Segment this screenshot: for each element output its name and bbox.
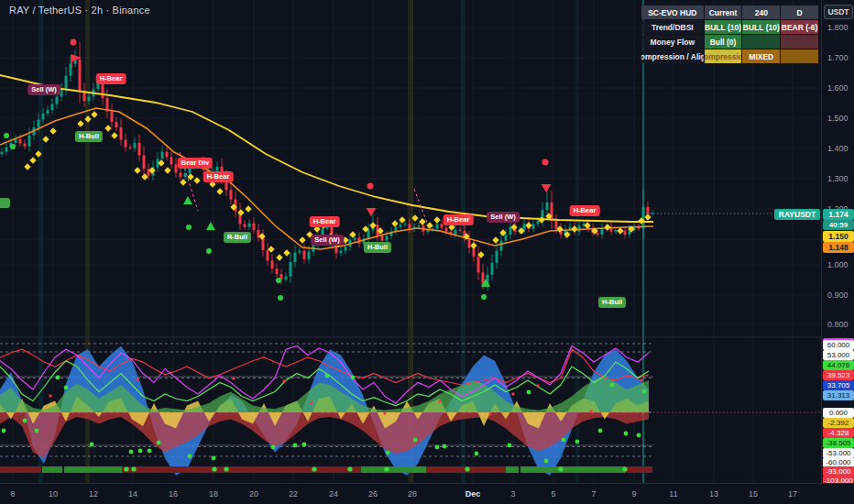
hud-row-label: Compression / Align [641,49,704,63]
hud-cell: Bull (0) [705,35,742,49]
signal-label-h-bull: H-Bull [364,242,391,253]
osc-axis-label: -38.505 [823,438,854,448]
hud-title: SC-EVO HUD [641,5,704,19]
osc-axis-label: 33.705 [823,380,854,390]
price-axis-label: 1.300 [827,174,849,183]
time-axis-label: 5 [551,489,555,499]
time-axis-label: 22 [289,489,298,499]
time-axis-label: 7 [591,489,596,499]
price-axis-label: 1.000 [827,260,849,269]
chart-title: RAY / TetherUS · 2h · Binance [9,5,150,16]
hud-cell: BEAR (-6) [781,20,818,34]
time-axis-label: 26 [368,489,378,499]
signal-label-h-bear: H-Bear [310,216,340,227]
time-axis-label: 24 [329,489,338,499]
hud-col-daily: D [781,5,818,19]
signal-label-h-bear: H-Bear [570,205,600,216]
osc-axis-label: -2.392 [823,418,854,428]
price-axis[interactable]: 1.8001.7001.6001.5001.4001.3001.2001.000… [821,0,854,483]
time-axis-label: 28 [408,489,417,499]
hud-row-label: Money Flow [641,35,704,49]
time-axis-label: 15 [749,489,758,499]
time-axis-label: Dec [465,489,481,499]
osc-axis-label: 60.000 [823,340,854,350]
signal-label-r-bull: R-Bull [224,232,251,243]
bar-countdown-tag: 40:59 [823,220,854,230]
signal-label-sell-w-: Sell (W) [311,235,344,246]
signal-label-bear-div: Bear Div [178,158,213,169]
time-axis-label: 14 [128,489,137,499]
time-axis-label: 18 [209,489,218,499]
trading-chart-app: RAY / TetherUS · 2h · Binance SC-EVO HUD… [0,0,854,504]
time-axis-label: 9 [631,489,636,499]
time-axis-label: 3 [510,489,515,499]
signal-label-h-bull: H-Bull [598,297,626,308]
signal-label-h-bull: H-Bull [75,131,103,142]
osc-axis-label: 44.076 [823,360,854,370]
time-axis-label: 11 [669,489,677,499]
signal-label-sell-w-: Sell (W) [27,84,60,95]
symbol-price-tag: RAYUSDT [774,209,820,220]
hud-row-trend: Trend/DBSI BULL (10) BULL (10) BEAR (-6) [641,20,819,34]
price-axis-label: 1.600 [827,83,849,93]
hud-cell [742,35,780,49]
osc-axis-label: 31.313 [823,390,854,400]
currency-toggle-button[interactable]: USDT [824,5,853,19]
hud-cell [781,49,818,63]
osc-axis-label: 39.523 [823,370,854,380]
ma-price-tag: 1.148 [823,242,854,253]
hud-cell [781,35,818,49]
time-axis-label: 12 [89,489,98,499]
signal-label-h-bear: H-Bear [96,73,126,84]
time-axis-label: 16 [169,489,178,499]
time-axis-label: 10 [49,489,58,499]
signal-label-sell-w-: Sell (W) [487,212,520,223]
hud-table: SC-EVO HUD Current 240 D Trend/DBSI BULL… [641,5,819,64]
last-price-tag: 1.174 [823,209,854,220]
price-axis-label: 1.700 [827,53,849,62]
hud-header-row: SC-EVO HUD Current 240 D [641,5,819,19]
time-axis-label: 20 [249,489,258,499]
hud-row-compression: Compression / Align Compression MIXED [641,49,819,63]
osc-axis-label: 53.000 [823,350,854,360]
hud-row-label: Trend/DBSI [641,20,704,34]
hud-cell: BULL (10) [742,20,780,34]
hud-col-current: Current [705,5,742,19]
price-axis-label: 1.400 [827,144,849,153]
ma-price-tag: 1.150 [823,231,854,242]
signal-label-h-bear: H-Bear [443,214,474,225]
price-axis-label: 0.800 [827,320,849,329]
price-axis-label: 0.900 [827,290,849,300]
time-axis-label: 13 [709,489,718,499]
price-axis-label: 1.800 [827,23,849,32]
price-axis-label: 1.500 [827,114,849,123]
hud-row-moneyflow: Money Flow Bull (0) [641,35,819,49]
osc-axis-label: -4.328 [823,428,854,438]
hud-cell: Compression [705,49,742,63]
time-axis[interactable]: 810121416182022242628Dec357911131517 [0,483,854,504]
signal-label-h-bear: H-Bear [203,171,234,182]
hud-cell: BULL (10) [705,20,742,34]
hud-col-240: 240 [742,5,780,19]
signal-label-clipped [0,198,10,208]
hud-cell: MIXED [742,49,780,63]
time-axis-label: 8 [10,489,15,499]
time-axis-label: 17 [788,489,797,499]
osc-axis-label: 0.000 [823,408,854,418]
price-chart-canvas[interactable] [0,0,854,504]
